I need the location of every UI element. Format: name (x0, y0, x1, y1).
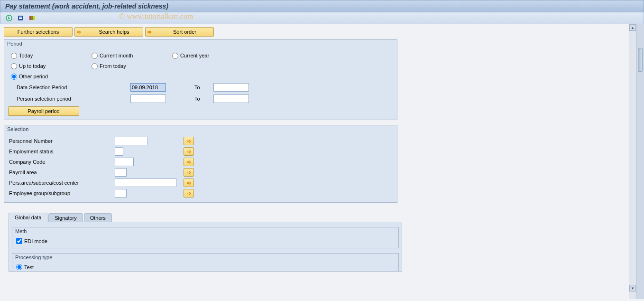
scroll-down-icon[interactable]: ▼ (629, 285, 636, 292)
meth-groupbox: Meth EDI mode (12, 227, 399, 248)
pers-area-input[interactable] (115, 179, 176, 187)
sel-label-personnel-number: Personnel Number (8, 138, 115, 144)
arrow-icon: ➩ (77, 29, 81, 35)
payroll-area-input[interactable] (115, 168, 127, 177)
tab-global-data[interactable]: Global data (9, 213, 47, 222)
svg-rect-5 (31, 16, 33, 20)
sel-label-employment-status: Employment status (8, 149, 115, 154)
selection-options-row: Further selections ➩ Search helps ➩ Sort… (4, 27, 625, 37)
app-toolbar: © www.tutorialkart.com (0, 12, 644, 24)
person-selection-label: Person selection period (17, 96, 111, 102)
radio-current-month[interactable]: Current month (92, 53, 172, 59)
radio-from-today[interactable]: From today (92, 63, 172, 69)
window-title-bar: Pay statement (work accident, job-relate… (0, 0, 644, 12)
inner-scrollbar[interactable]: ▲ ▼ (629, 24, 636, 299)
employment-status-input[interactable] (115, 147, 123, 156)
stripes-icon[interactable] (28, 14, 36, 22)
svg-rect-2 (19, 17, 22, 18)
scroll-up-icon[interactable]: ▲ (629, 24, 636, 31)
svg-rect-6 (33, 16, 35, 20)
sel-label-employee-group: Employee group/subgroup (8, 190, 115, 196)
person-selection-from-input[interactable] (130, 94, 166, 103)
multi-select-button[interactable]: ➩ (184, 137, 194, 145)
meth-legend: Meth (12, 227, 398, 235)
sel-label-company-code: Company Code (8, 159, 115, 165)
personnel-number-input[interactable] (115, 137, 148, 145)
selection-legend: Selection (4, 125, 397, 133)
period-groupbox: Period Today Current month Current year … (4, 39, 397, 120)
multi-select-button[interactable]: ➩ (184, 179, 194, 187)
tab-signatory[interactable]: Signatory (48, 213, 83, 222)
watermark: © www.tutorialkart.com (119, 12, 193, 21)
data-selection-label: Data Selection Period (17, 85, 111, 90)
to-label: To (194, 96, 213, 102)
radio-other-period[interactable]: Other period (11, 74, 92, 80)
search-helps-button[interactable]: ➩ Search helps (74, 27, 143, 37)
sort-order-button[interactable]: ➩ Sort order (145, 27, 214, 37)
radio-current-year[interactable]: Current year (172, 53, 253, 59)
selection-groupbox: Selection Personnel Number ➩ Employment … (4, 125, 397, 203)
processing-type-groupbox: Processing type Test (12, 253, 399, 271)
processing-type-legend: Processing type (12, 254, 398, 261)
main-content: Further selections ➩ Search helps ➩ Sort… (0, 24, 629, 299)
variant-icon[interactable] (17, 14, 24, 22)
multi-select-button[interactable]: ➩ (184, 168, 194, 177)
further-selections-button[interactable]: Further selections (4, 27, 73, 37)
data-selection-to-input[interactable] (213, 83, 249, 92)
data-selection-from-input[interactable] (130, 83, 166, 92)
period-legend: Period (4, 40, 397, 47)
arrow-icon: ➩ (147, 29, 152, 35)
outer-scrollbar[interactable] (636, 24, 644, 299)
scrollbar-thumb[interactable] (638, 48, 643, 72)
radio-today[interactable]: Today (11, 53, 92, 59)
tab-strip: Global data Signatory Others (9, 212, 402, 222)
payroll-period-button[interactable]: Payroll period (8, 106, 79, 116)
multi-select-button[interactable]: ➩ (184, 147, 194, 156)
company-code-input[interactable] (115, 158, 134, 166)
multi-select-button[interactable]: ➩ (184, 158, 194, 166)
edi-mode-checkbox[interactable]: EDI mode (16, 238, 395, 244)
svg-point-0 (6, 15, 12, 21)
tab-others[interactable]: Others (84, 213, 112, 222)
tab-content-global-data: Meth EDI mode Processing type Test (9, 222, 402, 272)
radio-up-to-today[interactable]: Up to today (11, 63, 92, 69)
svg-rect-3 (19, 18, 22, 19)
employee-group-input[interactable] (115, 189, 127, 198)
person-selection-to-input[interactable] (213, 94, 249, 103)
multi-select-button[interactable]: ➩ (184, 189, 194, 198)
execute-icon[interactable] (5, 14, 13, 22)
to-label: To (194, 85, 213, 90)
window-title: Pay statement (work accident, job-relate… (5, 2, 168, 10)
test-radio[interactable]: Test (16, 264, 395, 270)
sel-label-payroll-area: Payroll area (8, 169, 115, 175)
sel-label-pers-area: Pers.area/subarea/cost center (8, 180, 115, 186)
svg-rect-4 (29, 16, 31, 20)
